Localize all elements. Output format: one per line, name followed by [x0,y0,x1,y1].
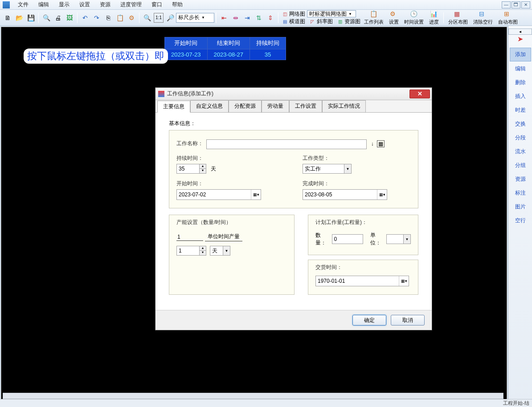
auto-icon: ⊞ [504,10,512,18]
tool-icon[interactable]: ⚙ [127,13,136,23]
settings-button[interactable]: ⚙ 设置 [389,10,399,25]
tab-resource[interactable]: 分配资源 [229,100,262,112]
menu-window[interactable]: 窗口 [147,0,167,9]
spin-down-icon[interactable]: ▼ [200,251,206,255]
tab-actual[interactable]: 实际工作情况 [322,100,366,112]
right-panel: ◄ ➤ 添加 编辑 删除 插入 时差 交换 分段 流水 分组 资源 标注 图片 … [508,26,532,407]
h-scrollbar[interactable] [3,393,503,399]
capacity-unit-combo[interactable]: 天 ▼ [210,246,230,256]
arrow-blue-icon[interactable]: ⇥ [242,13,252,23]
capacity-time-spinner[interactable]: ▲ ▼ [176,246,206,256]
spin-up-icon[interactable]: ▲ [200,246,206,251]
maximize-button[interactable]: 🗖 [512,1,520,8]
compress-icon[interactable]: ⇅ [254,13,264,23]
menu-help[interactable]: 帮助 [168,0,187,9]
zone-layout-button[interactable]: ▦ 分区布图 [448,10,468,25]
zoom-in-icon[interactable]: 🔎 [165,13,175,23]
close-button[interactable]: ✕ [521,1,530,8]
calendar-icon[interactable]: ▦▾ [251,190,261,199]
right-btn-insert[interactable]: 插入 [510,90,531,103]
print-icon[interactable]: 🖨 [53,13,63,23]
duration-spinner[interactable]: ▲ ▼ [176,164,206,174]
planned-unit-combo[interactable]: ▼ [386,234,411,244]
menu-settings[interactable]: 设置 [75,0,94,9]
save-file-icon[interactable]: 💾 [26,13,36,23]
spin-up-icon[interactable]: ▲ [200,164,206,169]
preview-icon[interactable]: 🔍 [41,13,51,23]
right-btn-group[interactable]: 分组 [510,159,531,172]
delivery-date-input[interactable]: 1970-01-01 ▦▾ [315,276,409,286]
work-type-combo[interactable]: 实工作 ▼ [303,164,352,174]
tab-custom[interactable]: 自定义信息 [190,100,229,112]
progress-button[interactable]: 📊 进度 [429,10,439,25]
calendar-icon[interactable]: ▦▾ [377,190,387,199]
gantt-view-button[interactable]: 横道图 [289,18,305,25]
capacity-title: 产能设置（数量/时间） [176,219,287,226]
arrow-colored-icon[interactable]: ⇹ [231,13,241,23]
status-bar: 工程开始-结 [0,399,532,407]
right-btn-edit[interactable]: 编辑 [510,62,531,75]
copy-icon[interactable]: ⎘ [103,13,113,23]
image-icon[interactable]: 🖼 [65,13,74,23]
undo-icon[interactable]: ↶ [80,13,90,23]
open-file-icon[interactable]: 📂 [14,13,24,23]
panel-left-arrow[interactable]: ◄ [508,28,532,35]
new-file-icon[interactable]: 🗎 [3,13,12,23]
task-name-input[interactable] [206,139,367,149]
time-settings-button[interactable]: 🕒 时间设置 [404,10,424,25]
zoom-11-icon[interactable]: 1:1 [154,13,164,23]
ok-button[interactable]: 确定 [352,315,386,326]
auto-layout-button[interactable]: ⊞ 自动布图 [498,10,518,25]
right-btn-image[interactable]: 图片 [510,200,531,213]
paste-icon[interactable]: 📋 [115,13,125,23]
capacity-group: 产能设置（数量/时间） 单位时间产量 ▲ ▼ 天 ▼ [169,215,295,295]
spin-down-icon[interactable]: ▼ [200,169,206,173]
right-btn-swap[interactable]: 交换 [510,118,531,130]
right-btn-resource[interactable]: 资源 [510,173,531,186]
capacity-qty-input[interactable] [176,233,203,241]
grid-icon[interactable]: ▦ [377,140,385,147]
cancel-button[interactable]: 取消 [391,315,425,326]
network-view-button[interactable]: 网络图 [289,10,305,18]
expand-icon[interactable]: ⇕ [266,13,275,23]
right-btn-flow[interactable]: 流水 [510,145,531,158]
clear-empty-button[interactable]: ⊟ 清除空行 [473,10,493,25]
network-type-combo[interactable]: 时标逻辑网络图 ▼ [307,10,356,17]
menu-resource[interactable]: 资源 [95,0,115,9]
right-btn-annotate[interactable]: 标注 [510,187,531,199]
planned-qty-input[interactable] [332,234,363,244]
down-arrow-icon[interactable]: ↓ [371,141,374,147]
arrow-red-icon[interactable]: ⇤ [219,13,229,23]
tab-main[interactable]: 主要信息 [157,101,190,113]
menu-display[interactable]: 显示 [54,0,74,9]
start-date-input[interactable]: 2023-07-02 ▦▾ [176,189,261,200]
dialog-titlebar[interactable]: 工作信息(添加工作) ✕ [156,88,432,100]
right-btn-segment[interactable]: 分段 [510,131,531,144]
cursor-icon[interactable]: ➤ [517,35,523,43]
right-btn-blank[interactable]: 空行 [510,214,531,227]
ruler-step-combo[interactable]: 标尺步长 ▼ [176,13,214,23]
slope-view-button[interactable]: 斜率图 [317,18,333,25]
calendar-icon[interactable]: ▦▾ [399,276,409,286]
menu-file[interactable]: 文件 [13,0,33,9]
task-list-button[interactable]: 📋 工作列表 [364,10,384,25]
dialog-close-button[interactable]: ✕ [409,90,430,98]
capacity-time-input[interactable] [176,246,200,256]
menu-progress[interactable]: 进度管理 [116,0,146,9]
window-controls: — 🗖 ✕ [502,1,532,8]
minimize-button[interactable]: — [502,1,511,8]
resource-view-button[interactable]: 资源图 [344,18,360,25]
clear-empty-label: 清除空行 [473,19,493,25]
right-btn-float[interactable]: 时差 [510,104,531,117]
tab-labor[interactable]: 劳动量 [262,100,289,112]
menu-edit[interactable]: 编辑 [34,0,53,9]
duration-input[interactable] [176,164,200,174]
slope-icon: ◸ [309,18,316,24]
duration-unit-label: 天 [211,165,216,173]
end-date-input[interactable]: 2023-08-05 ▦▾ [303,189,387,200]
right-btn-delete[interactable]: 删除 [510,76,531,89]
zoom-out-icon[interactable]: 🔍 [142,13,152,23]
right-btn-add[interactable]: 添加 [510,48,531,61]
redo-icon[interactable]: ↷ [92,13,102,23]
tab-settings[interactable]: 工作设置 [289,100,322,112]
